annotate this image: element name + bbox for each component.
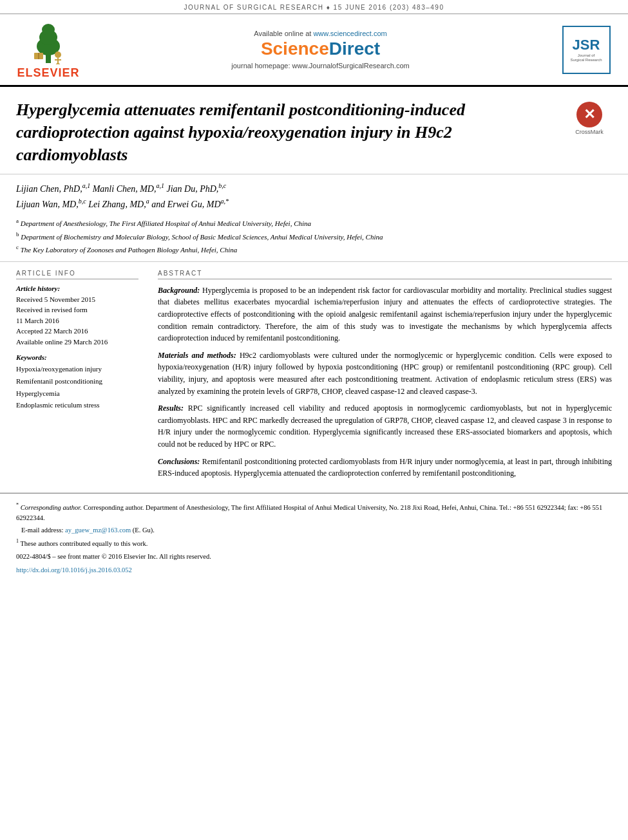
corresponding-text: Corresponding author. Department of Anes…: [16, 503, 602, 521]
article-info-header: Article Info: [16, 270, 138, 279]
author1-name: Lijian Chen, PhD,: [16, 184, 82, 194]
jsr-badge: JSR Journal ofSurgical Research: [562, 26, 611, 74]
author3-name: Jian Du, PhD,: [166, 184, 218, 194]
sciencedirect-sci: Science: [261, 39, 329, 59]
page: Journal of Surgical Research ♦ 15 June 2…: [0, 0, 628, 840]
banner: ELSEVIER Available online at www.science…: [0, 14, 628, 87]
email-note: E-mail address: ay_guew_mz@163.com (E. G…: [16, 525, 612, 536]
jsr-badge-title: JSR: [573, 37, 600, 53]
svg-line-7: [55, 63, 58, 64]
abstract-background: Background: Hyperglycemia is proposed to…: [158, 285, 612, 344]
banner-center: Available online at www.sciencedirect.co…: [93, 30, 547, 70]
article-title-section: Hyperglycemia attenuates remifentanil po…: [0, 87, 628, 174]
accepted-date: Accepted 22 March 2016: [16, 326, 138, 337]
email-label: E-mail address:: [16, 527, 65, 534]
corresponding-author-note: * Corresponding author. Corresponding au…: [16, 501, 612, 523]
equal-contrib-text: These authors contributed equally to thi…: [20, 540, 147, 547]
received-revised-label: Received in revised form: [16, 304, 138, 315]
email-suffix: (E. Gu).: [133, 527, 155, 534]
doi-text: http://dx.doi.org/10.1016/j.jss.2016.03.…: [16, 565, 612, 576]
elsevier-tree-icon: [23, 19, 74, 64]
keyword3: Hyperglycemia: [16, 387, 138, 400]
available-online-date: Available online 29 March 2016: [16, 337, 138, 348]
author-and: and: [151, 200, 165, 209]
author4-name: Lijuan Wan, MD,: [16, 200, 79, 209]
authors-section: Lijian Chen, PhD,a,1 Manli Chen, MD,a,1 …: [0, 174, 628, 262]
svg-point-3: [42, 24, 55, 35]
journal-header-text: Journal of Surgical Research ♦ 15 June 2…: [184, 4, 444, 11]
corresponding-label: Corresponding author.: [21, 503, 82, 510]
authors-line: Lijian Chen, PhD,a,1 Manli Chen, MD,a,1 …: [16, 181, 612, 212]
affiliation-a: a Department of Anesthesiology, The Firs…: [16, 217, 612, 229]
methods-label: Materials and methods:: [158, 351, 236, 360]
affiliation-c: c The Key Laboratory of Zoonoses and Pat…: [16, 243, 612, 255]
equal-contrib-note: 1 These authors contributed equally to t…: [16, 537, 612, 549]
conclusions-label: Conclusions:: [158, 457, 200, 466]
affiliations: a Department of Anesthesiology, The Firs…: [16, 217, 612, 254]
results-text: RPC significantly increased cell viabili…: [158, 404, 612, 449]
abstract-results: Results: RPC significantly increased cel…: [158, 402, 612, 450]
author2-name: Manli Chen, MD,: [93, 184, 157, 194]
article-info-col: Article Info Article history: Received 5…: [16, 270, 138, 485]
footer-section: * Corresponding author. Corresponding au…: [0, 493, 628, 583]
article-title: Hyperglycemia attenuates remifentanil po…: [16, 98, 544, 166]
crossmark-icon: ✕: [576, 102, 602, 127]
crossmark[interactable]: ✕ CrossMark: [567, 102, 612, 135]
abstract-header: Abstract: [158, 270, 612, 279]
available-online-text: Available online at www.sciencedirect.co…: [93, 30, 547, 37]
author6-name: Erwei Gu, MD: [167, 200, 221, 209]
background-text: Hyperglycemia is proposed to be an indep…: [158, 286, 612, 342]
received-date: Received 5 November 2015: [16, 294, 138, 305]
email-link[interactable]: ay_guew_mz@163.com: [65, 527, 131, 534]
jsr-badge-subtitle: Journal ofSurgical Research: [570, 53, 602, 62]
affiliation-b: b Department of Biochemistry and Molecul…: [16, 230, 612, 242]
background-label: Background:: [158, 286, 200, 295]
svg-point-4: [55, 51, 61, 58]
doi-link[interactable]: http://dx.doi.org/10.1016/j.jss.2016.03.…: [16, 566, 132, 574]
abstract-methods: Materials and methods: H9c2 cardiomyobla…: [158, 350, 612, 397]
sciencedirect-brand: ScienceDirect: [93, 39, 547, 59]
journal-header: Journal of Surgical Research ♦ 15 June 2…: [0, 0, 628, 14]
jsr-logo: JSR Journal ofSurgical Research: [554, 26, 618, 74]
keyword1: Hypoxia/reoxygenation injury: [16, 363, 138, 375]
article-history-label: Article history:: [16, 285, 138, 292]
abstract-col: Abstract Background: Hyperglycemia is pr…: [158, 270, 612, 485]
abstract-conclusions: Conclusions: Remifentanil postconditioni…: [158, 456, 612, 480]
svg-line-8: [58, 63, 61, 64]
two-col-section: Article Info Article history: Received 5…: [0, 262, 628, 493]
conclusions-text: Remifentanil postconditioning protected …: [158, 457, 612, 478]
keyword2: Remifentanil postconditioning: [16, 375, 138, 387]
sciencedirect-direct: Direct: [329, 39, 380, 59]
received-revised-date: 11 March 2016: [16, 315, 138, 326]
keywords-label: Keywords:: [16, 353, 138, 361]
crossmark-label: CrossMark: [575, 129, 604, 135]
journal-homepage: journal homepage: www.JournalofSurgicalR…: [93, 62, 547, 70]
elsevier-logo: ELSEVIER: [10, 19, 87, 80]
keyword4: Endoplasmic reticulum stress: [16, 399, 138, 411]
results-label: Results:: [158, 404, 184, 413]
sciencedirect-url[interactable]: www.sciencedirect.com: [313, 30, 386, 37]
elsevier-text: ELSEVIER: [17, 66, 79, 80]
author5-name: Lei Zhang, MD,: [88, 200, 146, 209]
copyright-text: 0022-4804/$ – see front matter © 2016 El…: [16, 552, 612, 563]
